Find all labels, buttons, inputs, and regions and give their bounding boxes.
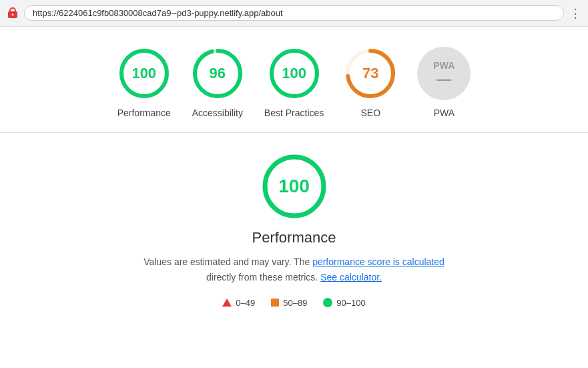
main-section: 100 Performance Values are estimated and…: [0, 133, 588, 321]
browser-menu-icon[interactable]: ⋮: [569, 6, 581, 21]
svg-point-1: [12, 13, 14, 15]
main-score-circle: 100: [261, 153, 328, 220]
legend-item-orange: 50–89: [271, 298, 307, 308]
main-title: Performance: [252, 229, 336, 246]
score-item-seo: 73 SEO: [344, 47, 397, 119]
score-item-best-practices: 100 Best Practices: [264, 47, 324, 119]
score-value-performance: 100: [131, 65, 156, 82]
legend-range-red: 0–49: [236, 298, 255, 308]
score-circle-performance: 100: [117, 47, 171, 100]
pwa-circle: PWA —: [417, 47, 471, 100]
score-item-accessibility: 96 Accessibility: [191, 47, 244, 119]
score-label-pwa: PWA: [434, 107, 455, 119]
legend-item-red: 0–49: [222, 298, 255, 308]
see-calculator-link[interactable]: See calculator.: [320, 272, 382, 283]
score-circle-best-practices: 100: [268, 47, 321, 100]
score-value-seo: 73: [362, 65, 378, 82]
pwa-text: PWA: [433, 60, 455, 71]
description-mid: directly from these metrics.: [206, 272, 320, 283]
legend-range-green: 90–100: [336, 298, 365, 308]
score-item-pwa: PWA — PWA: [417, 47, 471, 119]
score-value-accessibility: 96: [210, 65, 226, 82]
score-label-seo: SEO: [361, 107, 381, 119]
address-bar[interactable]: https://6224061c9fb0830008cad7a9--pd3-pu…: [24, 5, 564, 21]
score-circle-accessibility: 96: [191, 47, 244, 100]
score-label-accessibility: Accessibility: [192, 107, 243, 119]
browser-security-icon: [7, 7, 19, 19]
legend: 0–49 50–89 90–100: [222, 298, 365, 308]
score-value-best-practices: 100: [282, 65, 306, 82]
legend-range-orange: 50–89: [283, 298, 307, 308]
scores-section: 100 Performance 96 Accessibility 100 Bes…: [0, 27, 588, 133]
browser-bar: https://6224061c9fb0830008cad7a9--pd3-pu…: [0, 0, 588, 27]
score-label-performance: Performance: [117, 107, 171, 119]
legend-icon-red: [222, 299, 232, 307]
score-label-best-practices: Best Practices: [264, 107, 324, 119]
legend-icon-orange: [271, 299, 279, 307]
legend-icon-green: [323, 298, 332, 307]
legend-item-green: 90–100: [323, 298, 365, 308]
description-text: Values are estimated and may vary. The p…: [134, 254, 455, 285]
description-start: Values are estimated and may vary. The: [143, 256, 312, 267]
main-score-value: 100: [278, 176, 310, 197]
pwa-dash: —: [436, 72, 451, 87]
performance-score-link[interactable]: performance score is calculated: [312, 256, 445, 267]
score-circle-seo: 73: [344, 47, 397, 100]
score-item-performance: 100 Performance: [117, 47, 171, 119]
